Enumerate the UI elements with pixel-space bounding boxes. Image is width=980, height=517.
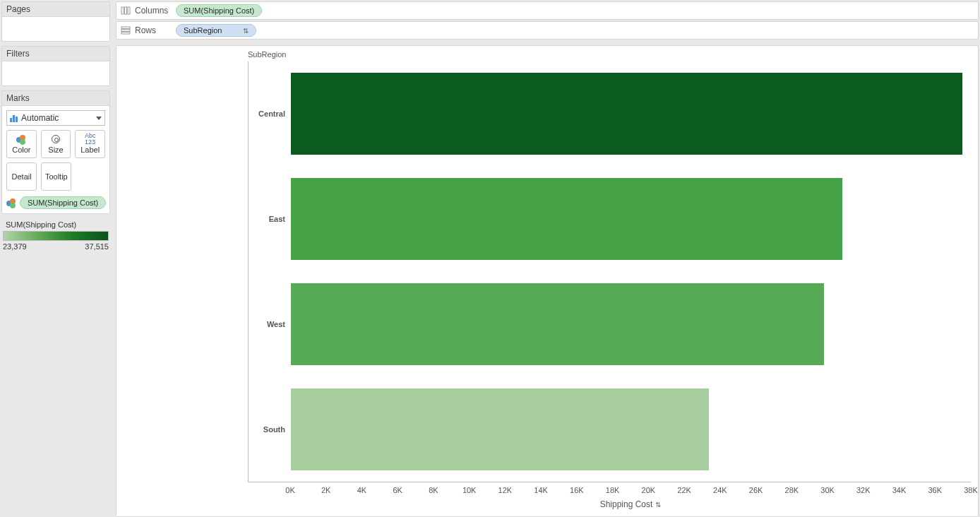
size-label: Size [48,145,63,154]
pages-card: Pages [1,1,110,42]
x-axis-title: Shipping Cost [600,499,653,509]
columns-shelf[interactable]: Columns SUM(Shipping Cost) [116,1,979,20]
bar-west[interactable] [291,283,824,365]
label-button[interactable]: Abc123 Label [75,130,105,158]
svg-rect-1 [125,7,127,14]
x-tick: 18K [606,486,620,494]
rows-icon [121,25,131,35]
detail-label: Detail [12,172,32,181]
color-button[interactable]: Color [6,130,37,158]
x-axis: Shipping Cost ⇅ 0K2K4K6K8K10K12K14K16K18… [290,482,971,516]
palette-icon [16,135,26,143]
rows-pill-text: SubRegion [184,26,222,35]
x-tick: 20K [642,486,656,494]
svg-rect-4 [121,30,130,32]
x-tick: 28K [785,486,799,494]
x-tick: 32K [856,486,871,494]
x-tick: 34K [892,486,907,494]
bar-south[interactable] [291,388,709,470]
x-tick: 22K [677,486,691,494]
bar-central[interactable] [291,73,962,155]
main-area: Columns SUM(Shipping Cost) Rows SubRegio… [112,0,980,517]
marks-color-shelf[interactable]: SUM(Shipping Cost) [6,195,105,209]
mark-type-value: Automatic [21,113,59,123]
x-tick: 24K [713,486,727,494]
x-tick: 8K [429,486,438,494]
legend-title: SUM(Shipping Cost) [3,218,109,231]
marks-color-pill[interactable]: SUM(Shipping Cost) [20,196,106,209]
marks-card: Marks Automatic Color Siz [1,90,110,214]
x-tick: 0K [285,486,294,494]
columns-icon [121,6,131,16]
svg-rect-0 [121,7,124,14]
bar-east[interactable] [291,178,842,260]
filters-card: Filters [1,46,110,86]
pages-shelf[interactable] [2,17,109,41]
chart-area: CentralEastWestSouth [248,61,971,482]
sort-icon: ⇅ [243,27,249,35]
rows-shelf[interactable]: Rows SubRegion ⇅ [116,21,979,40]
columns-pill[interactable]: SUM(Shipping Cost) [176,4,262,17]
x-tick: 16K [570,486,584,494]
x-tick: 4K [357,486,366,494]
rows-pill[interactable]: SubRegion ⇅ [176,24,256,37]
chevron-down-icon [96,117,102,120]
size-icon [52,135,60,143]
x-tick: 2K [321,486,330,494]
tooltip-label: Tooltip [45,172,68,181]
y-label: East [269,215,285,223]
plot-area[interactable] [291,61,971,482]
size-button[interactable]: Size [41,130,71,158]
x-tick: 12K [498,486,513,494]
x-tick: 6K [393,486,402,494]
svg-rect-3 [121,27,130,29]
left-sidebar: Pages Filters Marks Automatic [0,0,112,517]
color-label: Color [12,145,30,154]
rows-label: Rows [135,25,156,35]
x-tick: 36K [928,486,942,494]
visualization: SubRegion CentralEastWestSouth Shipping … [116,45,979,517]
filters-shelf[interactable] [2,61,109,85]
columns-label: Columns [135,6,168,16]
marks-title: Marks [2,91,109,106]
detail-button[interactable]: Detail [6,162,37,191]
x-tick: 14K [534,486,548,494]
mark-type-select[interactable]: Automatic [6,110,105,126]
sort-icon: ⇅ [655,501,661,509]
y-label: Central [258,109,285,118]
row-header: SubRegion [248,50,286,59]
svg-rect-5 [121,32,130,34]
x-tick: 10K [462,486,477,494]
svg-rect-2 [128,7,130,14]
pages-title: Pages [2,2,109,17]
filters-title: Filters [2,47,109,61]
color-legend: SUM(Shipping Cost) 23,379 37,515 [1,218,110,252]
legend-max: 37,515 [85,242,109,251]
legend-min: 23,379 [3,242,27,251]
x-tick: 38K [964,486,978,494]
x-tick: 30K [820,486,835,494]
tooltip-button[interactable]: Tooltip [41,162,71,191]
y-label: South [263,425,285,434]
legend-ramp[interactable] [3,231,109,241]
y-label: West [267,320,285,328]
palette-icon [6,198,16,207]
label-icon: Abc123 [85,134,96,144]
label-label: Label [80,145,100,154]
bar-chart-icon [10,114,18,122]
x-tick: 26K [749,486,763,494]
